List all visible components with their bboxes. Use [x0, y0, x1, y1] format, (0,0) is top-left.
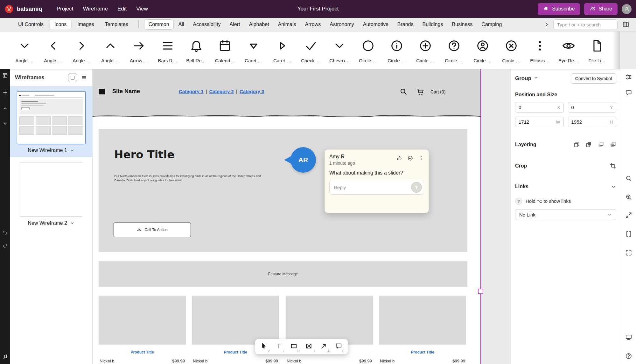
site-header-widget[interactable]: Site Name Category 1|Category 2|Category…	[93, 69, 481, 117]
crop-icon[interactable]	[610, 162, 616, 169]
ellipsis-v-icon[interactable]	[418, 155, 424, 161]
tab-templates[interactable]: Templates	[100, 19, 133, 30]
gallery-item-circle-info[interactable]: Circle …	[382, 31, 411, 69]
wireframe-item-1[interactable]: New Wireframe 1	[10, 86, 92, 157]
panel-layout-toggle-button[interactable]	[620, 19, 632, 30]
share-button[interactable]: Share	[584, 3, 618, 15]
menu-view[interactable]: View	[131, 3, 153, 15]
panel-layout-icon[interactable]	[2, 72, 8, 79]
category-arrows[interactable]: Arrows	[301, 20, 325, 29]
user-avatar[interactable]	[622, 4, 632, 14]
rectangle-tool[interactable]: R	[286, 340, 301, 353]
wireframe-thumbnail[interactable]	[17, 91, 86, 144]
arrow-tool[interactable]: A	[316, 340, 331, 353]
gallery-item-caret-down[interactable]: Caret …	[239, 31, 268, 69]
scan-icon[interactable]	[625, 249, 632, 257]
menu-wireframe[interactable]: Wireframe	[78, 3, 113, 15]
menu-project[interactable]: Project	[52, 3, 78, 15]
chevron-down-icon[interactable]	[70, 148, 74, 153]
zoom-out-icon[interactable]	[625, 175, 632, 182]
gallery-item-circle-x[interactable]: Circle …	[497, 31, 526, 69]
w-input[interactable]	[519, 119, 556, 125]
plus-icon[interactable]	[2, 90, 8, 96]
wireframe-thumbnail[interactable]	[20, 162, 82, 217]
search-input[interactable]	[557, 22, 614, 27]
gallery-item-bars[interactable]: Bars R…	[153, 31, 182, 69]
gallery-item-chevron-down[interactable]: Chevro…	[325, 31, 354, 69]
call-to-action-button[interactable]: Call To Action	[114, 223, 191, 237]
gallery-item-chevron-up[interactable]: Angle …	[96, 31, 125, 69]
y-input[interactable]	[571, 105, 610, 110]
gallery-item-chevron-left[interactable]: Angle …	[39, 31, 67, 69]
nav-link-category-2[interactable]: Category 2	[209, 89, 234, 94]
category-buildings[interactable]: Buildings	[418, 20, 447, 29]
gallery-item-circle-question[interactable]: Circle …	[440, 31, 468, 69]
zoom-in-icon[interactable]	[625, 194, 632, 201]
category-brands[interactable]: Brands	[393, 20, 418, 29]
comment-pin[interactable]: AR	[290, 147, 316, 173]
thumbs-up-icon[interactable]	[396, 155, 402, 161]
feature-message-widget[interactable]: Feature Message	[99, 261, 467, 287]
wireframe-page[interactable]: Site Name Category 1|Category 2|Category…	[93, 69, 481, 364]
canvas[interactable]: Site Name Category 1|Category 2|Category…	[93, 69, 510, 364]
nav-link-category-1[interactable]: Category 1	[179, 89, 204, 94]
comment-tool[interactable]: C	[331, 340, 346, 353]
check-circle-icon[interactable]	[407, 155, 413, 161]
comment-bubble-icon[interactable]	[625, 89, 632, 97]
layer-front-icon[interactable]	[585, 141, 592, 148]
gallery-item-bell[interactable]: Bell Re…	[182, 31, 211, 69]
select-tool[interactable]: V	[256, 340, 271, 353]
search-icon[interactable]	[399, 87, 408, 96]
sliders-icon[interactable]	[625, 73, 632, 81]
nav-link-category-3[interactable]: Category 3	[240, 89, 264, 94]
gallery-item-caret-right[interactable]: Caret …	[268, 31, 297, 69]
category-all[interactable]: All	[174, 20, 188, 29]
layer-backward-icon[interactable]	[598, 141, 604, 148]
wireframe-item-2[interactable]: New Wireframe 2	[10, 157, 92, 230]
gallery-item-calendar[interactable]: Calend…	[211, 31, 239, 69]
gallery-item-circle[interactable]: Circle …	[354, 31, 382, 69]
category-automotive[interactable]: Automotive	[359, 20, 393, 29]
category-camping[interactable]: Camping	[477, 20, 506, 29]
categories-scroll-right-button[interactable]	[542, 20, 551, 29]
tab-icons[interactable]: Icons	[50, 19, 71, 30]
selection-resize-handle[interactable]	[478, 289, 483, 294]
presentation-icon[interactable]	[625, 334, 632, 341]
subscribe-button[interactable]: Subscribe	[538, 3, 580, 15]
redo-icon[interactable]	[2, 243, 8, 249]
layer-forward-icon[interactable]	[573, 141, 580, 148]
chevron-down-icon[interactable]	[70, 221, 74, 225]
gallery-item-chevron-right[interactable]: Angle …	[67, 31, 96, 69]
category-animals[interactable]: Animals	[274, 20, 300, 29]
convert-to-symbol-button[interactable]: Convert to Symbol	[571, 73, 616, 84]
list-view-button[interactable]	[80, 73, 88, 82]
music-icon[interactable]	[2, 354, 8, 360]
help-icon[interactable]: ?	[515, 198, 522, 205]
send-reply-button[interactable]	[411, 182, 422, 193]
layer-back-icon[interactable]	[610, 141, 616, 148]
category-common[interactable]: Common	[144, 19, 174, 30]
undo-icon[interactable]	[2, 230, 8, 236]
category-accessibility[interactable]: Accessibility	[189, 20, 225, 29]
chevron-up-icon[interactable]	[2, 106, 8, 112]
comment-timestamp[interactable]: 1 minute ago	[329, 161, 355, 166]
link-select[interactable]: No Link	[515, 209, 616, 220]
product-card-4[interactable]: Product TitleNickel b$99.99	[379, 296, 466, 363]
thumbnail-view-button[interactable]	[68, 73, 77, 82]
gallery-item-file[interactable]: File Li…	[583, 31, 612, 69]
gallery-item-ellipsis-v[interactable]: Ellipsis…	[526, 31, 554, 69]
gallery-item-circle-user[interactable]: Circle …	[468, 31, 497, 69]
category-astronomy[interactable]: Astronomy	[325, 20, 358, 29]
gallery-item-eye[interactable]: Eye Re…	[554, 31, 583, 69]
tab-images[interactable]: Images	[73, 19, 99, 30]
category-alphabet[interactable]: Alphabet	[245, 20, 273, 29]
gallery-item-arrow-right[interactable]: Arrow …	[125, 31, 153, 69]
chevron-down-icon[interactable]	[2, 121, 8, 127]
text-tool[interactable]: T	[271, 340, 286, 353]
expand-icon[interactable]	[625, 212, 632, 219]
gallery-item-circle-plus[interactable]: Circle …	[411, 31, 440, 69]
gallery-item-check[interactable]: Check …	[297, 31, 325, 69]
h-input[interactable]	[571, 119, 610, 125]
category-business[interactable]: Business	[448, 20, 477, 29]
product-card-1[interactable]: Product TitleNickel b$99.99	[99, 296, 186, 363]
